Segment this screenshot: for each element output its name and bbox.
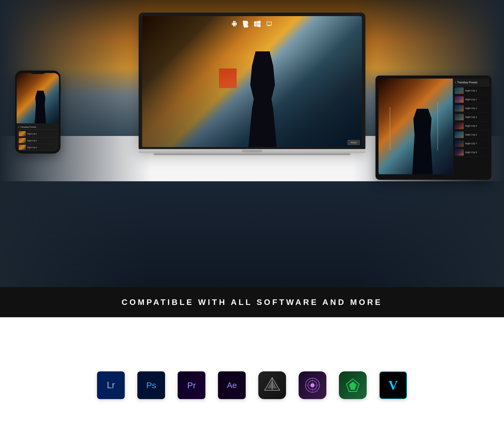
laptop-screen-outer: ▶ Navigator FIT 100% 200% ▼ Presets + ▼ … (139, 13, 365, 149)
phone-preset-dots: ··· (55, 132, 57, 135)
tablet-preset-name: Night City 1 (465, 89, 477, 92)
vegas-label: V (388, 378, 398, 393)
tablet-thumb (455, 96, 464, 103)
tablet-preset-name: Night City 6 (465, 133, 477, 136)
laptop-photo: Paste (142, 16, 362, 147)
tablet-device: ‹ Thelutbay Presets Night City 1Night Ci… (375, 76, 491, 180)
laptop-foot (154, 153, 350, 155)
vegas-icon[interactable]: V (379, 371, 407, 399)
tablet-preset-item[interactable]: Night City 6 (453, 130, 489, 139)
laptop-device: ▶ Navigator FIT 100% 200% ▼ Presets + ▼ … (139, 13, 365, 155)
tablet-presets-header: ‹ Thelutbay Presets (453, 79, 489, 86)
phone-side-button (60, 86, 61, 93)
tablet-presets-label: Thelutbay Presets (457, 81, 478, 84)
phone-screen: ‹ Thelutbay Presets Night City 1···Night… (17, 73, 59, 151)
phone-back-icon: ‹ (18, 126, 19, 128)
windows-icon (254, 21, 261, 29)
laptop-base (139, 149, 365, 153)
tablet-preset-name: Night City 3 (465, 107, 477, 110)
phone-preset-name: Night City 3 (27, 146, 37, 149)
phone-notch (30, 70, 45, 74)
filmora-icon[interactable] (339, 371, 367, 399)
android-icon (231, 21, 237, 29)
aftereffects-icon[interactable]: Ae (218, 371, 246, 399)
phone-preset-item[interactable]: Night City 2··· (18, 137, 57, 144)
tablet-thumb (455, 87, 464, 94)
tablet-preset-list: Night City 1Night City 2Night City 3Nigh… (453, 86, 489, 157)
tablet-preset-item[interactable]: Night City 8 (453, 148, 489, 157)
svg-marker-9 (349, 381, 357, 390)
tablet-thumb (455, 140, 464, 147)
tablet-preset-item[interactable]: Night City 4 (453, 113, 489, 122)
phone-thumb (19, 131, 26, 136)
phone-device: ‹ Thelutbay Presets Night City 1···Night… (15, 70, 60, 154)
compatible-bar: COMPATIBLE WITH ALL SOFTWARE AND MORE (0, 287, 504, 317)
davinci-icon[interactable] (299, 371, 326, 399)
phone-girl-silhouette (34, 91, 47, 123)
tablet-home-bar (424, 176, 444, 177)
phone-thumb (19, 138, 26, 143)
tablet-preset-name: Night City 8 (465, 151, 477, 154)
apple-icon (242, 21, 249, 29)
phone-preset-dots: ··· (55, 139, 57, 142)
laptop-screen: ▶ Navigator FIT 100% 200% ▼ Presets + ▼ … (142, 16, 362, 147)
lightroom-icon[interactable]: Lr (97, 371, 125, 399)
tablet-thumb (455, 123, 464, 129)
tablet-preset-name: Night City 2 (465, 98, 477, 101)
phone-thumb (19, 145, 26, 150)
phone-photo (17, 73, 59, 123)
davinci-logo (304, 377, 321, 394)
tablet-body: ‹ Thelutbay Presets Night City 1Night Ci… (375, 76, 491, 180)
filmora-logo (345, 378, 360, 393)
tablet-preset-item[interactable]: Night City 3 (453, 104, 489, 113)
tablet-thumb (455, 149, 464, 156)
street-lamp-1 (390, 107, 390, 150)
photoshop-icon[interactable]: Ps (137, 371, 165, 399)
tablet-presets-panel: ‹ Thelutbay Presets Night City 1Night Ci… (453, 79, 489, 174)
software-bar: Lr Ps Pr Ae V (0, 347, 504, 423)
tablet-photo (379, 79, 453, 174)
tablet-preset-item[interactable]: Night City 7 (453, 139, 489, 148)
ae-label: Ae (227, 381, 237, 390)
platform-icons (231, 21, 273, 29)
phone-presets-header: ‹ Thelutbay Presets (18, 125, 57, 129)
tablet-screen: ‹ Thelutbay Presets Night City 1Night Ci… (379, 79, 489, 174)
traffic-light (219, 68, 237, 88)
phone-preset-name: Night City 2 (27, 139, 37, 142)
phone-preset-dots: ··· (55, 146, 57, 149)
street-lamp-2 (437, 102, 438, 150)
finalcutpro-icon[interactable] (258, 371, 286, 399)
tablet-preset-name: Night City 4 (465, 116, 477, 118)
paste-button[interactable]: Paste (348, 140, 360, 145)
fcp-logo (263, 376, 281, 394)
tablet-preset-name: Night City 7 (465, 142, 477, 145)
pr-label: Pr (187, 380, 196, 390)
phone-preset-item[interactable]: Night City 1··· (18, 130, 57, 137)
phone-preset-item[interactable]: Night City 4··· (18, 151, 57, 151)
tablet-thumb (455, 131, 464, 138)
tablet-preset-item[interactable]: Night City 2 (453, 95, 489, 104)
phone-preset-item[interactable]: Night City 3··· (18, 144, 57, 151)
ps-label: Ps (146, 380, 156, 390)
premiere-icon[interactable]: Pr (178, 371, 205, 399)
tablet-preset-item[interactable]: Night City 1 (453, 86, 489, 95)
tablet-preset-name: Night City 5 (465, 125, 477, 127)
compatible-text: COMPATIBLE WITH ALL SOFTWARE AND MORE (122, 298, 383, 307)
phone-preset-name: Night City 1 (27, 133, 37, 135)
monitor-icon (266, 21, 273, 29)
tablet-thumb (455, 114, 464, 120)
lr-label: Lr (107, 380, 115, 391)
laptop-notch (242, 150, 262, 152)
phone-presets-label: Thelutbay Presets (20, 126, 36, 128)
phone-body: ‹ Thelutbay Presets Night City 1···Night… (15, 70, 60, 154)
tablet-back-icon: ‹ (455, 81, 456, 84)
tablet-preset-item[interactable]: Night City 5 (453, 122, 489, 130)
tablet-thumb (455, 105, 464, 112)
tablet-girl-silhouette (411, 109, 434, 174)
main-scene: ▶ Navigator FIT 100% 200% ▼ Presets + ▼ … (0, 0, 504, 302)
phone-preset-list: Night City 1···Night City 2···Night City… (18, 130, 57, 151)
phone-presets-panel: ‹ Thelutbay Presets Night City 1···Night… (17, 123, 59, 151)
